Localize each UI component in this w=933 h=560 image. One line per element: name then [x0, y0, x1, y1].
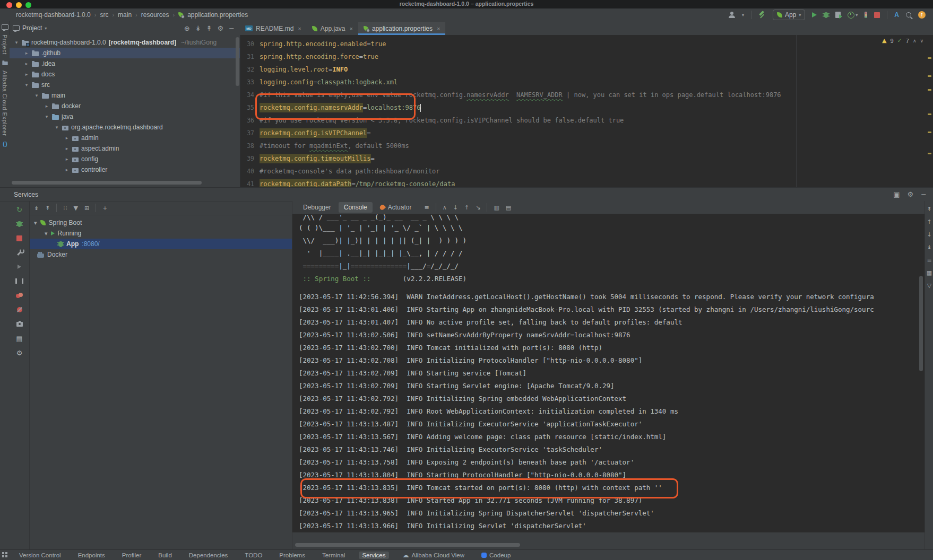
- tree-chevron-icon[interactable]: ▸: [64, 167, 70, 172]
- status-item-Services[interactable]: Services: [359, 552, 388, 559]
- breadcrumb-item[interactable]: rocketmq-dashboard-1.0.0: [16, 11, 91, 19]
- tree-chevron-icon[interactable]: ▸: [24, 50, 29, 56]
- tree-chevron-icon[interactable]: ▾: [34, 93, 39, 98]
- locate-icon[interactable]: ⊕: [184, 25, 190, 32]
- run-with-coverage-button[interactable]: [835, 12, 841, 18]
- project-tree-item[interactable]: ▸.idea: [10, 58, 240, 69]
- hide-icon[interactable]: −: [229, 25, 235, 32]
- scroll-top-icon[interactable]: ↟: [927, 206, 931, 212]
- profiler-chevron-icon[interactable]: ▾: [856, 13, 858, 18]
- collapse-all-icon[interactable]: ↟: [206, 25, 212, 32]
- console-tab-Console[interactable]: Console: [339, 202, 373, 213]
- error-stripe-mark[interactable]: [928, 132, 931, 133]
- services-tree-item-Running[interactable]: ▾Running: [30, 228, 292, 239]
- error-stripe-mark[interactable]: [928, 57, 931, 59]
- project-tree-item[interactable]: ▸.github: [10, 48, 240, 58]
- project-horizontal-scrollbar[interactable]: [12, 181, 202, 185]
- code-line[interactable]: 31spring.http.encoding.force=true: [240, 50, 933, 63]
- settings-icon[interactable]: ⚙: [217, 25, 223, 32]
- user-menu-icon[interactable]: [729, 12, 735, 18]
- minimize-window-button[interactable]: [16, 2, 22, 8]
- thread-dump-icon[interactable]: [16, 293, 23, 299]
- collapse-all-icon[interactable]: ↟: [45, 205, 50, 211]
- status-item-Version Control[interactable]: Version Control: [16, 552, 64, 559]
- close-tab-icon[interactable]: ×: [349, 25, 352, 32]
- next-problem-icon[interactable]: ∨: [920, 38, 924, 43]
- expand-all-icon[interactable]: ↡: [34, 205, 39, 211]
- console-tab-Actuator[interactable]: Actuator: [375, 202, 417, 213]
- editor-tab-README.md[interactable]: README.md×: [240, 22, 307, 35]
- code-line[interactable]: 39rocketmq.config.timeoutMillis=: [240, 152, 933, 165]
- status-item-Alibaba Cloud View[interactable]: ☁Alibaba Cloud View: [400, 551, 468, 559]
- build-hammer-icon[interactable]: [758, 12, 766, 19]
- debug-button[interactable]: [824, 12, 828, 18]
- scroll-up-icon[interactable]: ↑: [927, 219, 931, 225]
- tree-chevron-icon[interactable]: ▸: [64, 156, 70, 162]
- breadcrumb-item[interactable]: resources: [141, 11, 169, 19]
- inspections-widget[interactable]: ▲9 ✓7 ∧ ∨: [882, 37, 923, 44]
- add-icon[interactable]: +: [102, 205, 107, 211]
- close-tab-icon[interactable]: ×: [437, 25, 440, 32]
- down-icon[interactable]: ↓: [453, 205, 458, 211]
- debug-icon[interactable]: [17, 221, 22, 227]
- tree-chevron-icon[interactable]: ▸: [64, 146, 70, 151]
- status-item-Endpoints[interactable]: Endpoints: [75, 552, 108, 559]
- maximize-window-button[interactable]: [25, 2, 31, 8]
- breadcrumb-item[interactable]: application.properties: [187, 11, 248, 19]
- profiler-button[interactable]: [848, 12, 854, 19]
- resume-icon[interactable]: [18, 265, 21, 269]
- editor-tab-App.java[interactable]: App.java×: [307, 22, 358, 35]
- code-line[interactable]: 40#rocketmq-console's data path:dashboar…: [240, 165, 933, 178]
- tree-chevron-icon[interactable]: ▾: [34, 220, 37, 226]
- rerun-icon[interactable]: ↻: [16, 206, 22, 213]
- status-item-TODO[interactable]: TODO: [241, 552, 265, 559]
- tool-window-switcher-icon[interactable]: [2, 552, 7, 557]
- console-horizontal-scrollbar[interactable]: [295, 543, 520, 547]
- up-icon[interactable]: ↑: [464, 205, 469, 211]
- stripe-alibaba-label[interactable]: Alibaba Cloud Explorer: [2, 71, 8, 136]
- code-line[interactable]: 30spring.http.encoding.enabled=true: [240, 38, 933, 50]
- status-item-Terminal[interactable]: Terminal: [319, 552, 348, 559]
- tree-chevron-icon[interactable]: ▾: [44, 114, 49, 119]
- goto-icon[interactable]: ↘: [476, 205, 480, 211]
- search-everywhere-icon[interactable]: [906, 12, 911, 18]
- settings-icon[interactable]: ⚙: [907, 191, 913, 198]
- error-stripe-mark[interactable]: [928, 75, 931, 77]
- tree-chevron-icon[interactable]: ▸: [64, 135, 70, 141]
- breadcrumb-item[interactable]: main: [118, 11, 132, 19]
- project-tree-item[interactable]: ▾src: [10, 80, 240, 90]
- float-icon[interactable]: ▣: [893, 191, 900, 198]
- code-line[interactable]: 41rocketmq.config.dataPath=/tmp/rocketmq…: [240, 178, 933, 187]
- group-icon[interactable]: ∷: [63, 205, 67, 211]
- services-tree-item-Spring Boot[interactable]: ▾Spring Boot: [30, 217, 292, 228]
- project-tree-item[interactable]: ▸docker: [10, 101, 240, 111]
- tree-chevron-icon[interactable]: ▸: [24, 72, 29, 77]
- stop-icon[interactable]: [16, 235, 22, 241]
- code-line[interactable]: 36#if you use rocketmq version < 3.5.8, …: [240, 114, 933, 127]
- code-line[interactable]: 33logging.config=classpath:logback.xml: [240, 76, 933, 89]
- user-menu-chevron-icon[interactable]: ▾: [742, 13, 744, 18]
- project-tree-item[interactable]: ▸config: [10, 154, 240, 164]
- layout-icon[interactable]: ▤: [16, 335, 22, 342]
- code-line[interactable]: 37rocketmq.config.isVIPChannel=: [240, 127, 933, 139]
- restore-icon[interactable]: ∧: [443, 205, 447, 211]
- close-window-button[interactable]: [6, 2, 12, 8]
- code-line[interactable]: 34#if this value is empty,use env value …: [240, 89, 933, 101]
- layout-icon[interactable]: ▤: [506, 205, 511, 211]
- code-line[interactable]: 38#timeout for mqadminExt, default 5000m…: [240, 139, 933, 152]
- project-tree-item[interactable]: ▸docs: [10, 69, 240, 80]
- project-tree-item[interactable]: ▸controller: [10, 164, 240, 175]
- grid-icon[interactable]: ▦: [927, 270, 932, 276]
- scroll-down-icon[interactable]: ↓: [927, 232, 931, 238]
- hide-icon[interactable]: −: [921, 191, 927, 198]
- project-view-selector[interactable]: Project ▾: [13, 24, 47, 32]
- frame-icon[interactable]: ⊞: [84, 205, 89, 211]
- split-icon[interactable]: ▥: [494, 205, 499, 211]
- tree-chevron-icon[interactable]: ▸: [24, 61, 29, 66]
- wrench-icon[interactable]: [16, 249, 23, 256]
- mute-breakpoints-icon[interactable]: [17, 307, 22, 312]
- tree-chevron-icon[interactable]: ▾: [24, 82, 29, 88]
- status-item-Problems[interactable]: Problems: [276, 552, 308, 559]
- clear-icon[interactable]: ▽: [927, 283, 931, 288]
- status-item-Build[interactable]: Build: [155, 552, 175, 559]
